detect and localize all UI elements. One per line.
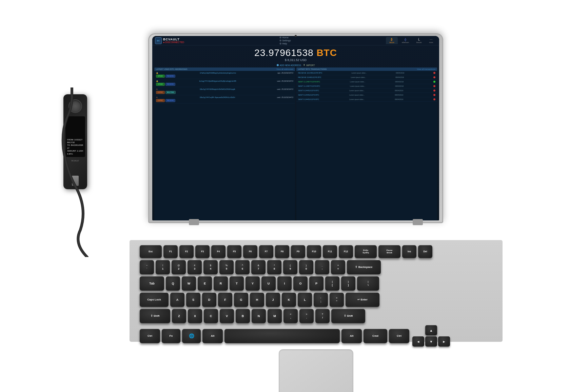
key-rbracket[interactable]: }] — [341, 276, 355, 291]
key-prtsc[interactable]: PrtScSysRq — [355, 245, 377, 258]
key-pause[interactable]: PauseBreak — [378, 245, 400, 258]
key-down[interactable]: ▼ — [425, 336, 437, 347]
key-f12[interactable]: F12 — [339, 245, 353, 258]
logo-icon: BC — [155, 37, 162, 44]
key-alt-right[interactable]: Alt — [341, 329, 362, 343]
key-quote[interactable]: »" — [330, 293, 344, 307]
key-f3[interactable]: F3 — [195, 245, 210, 258]
key-f1[interactable]: F1 — [163, 245, 178, 258]
key-9[interactable]: (9 — [283, 260, 297, 274]
key-f8[interactable]: F8 — [275, 245, 289, 258]
key-g[interactable]: G — [234, 293, 248, 307]
key-tab[interactable]: Tab — [140, 276, 164, 291]
key-w[interactable]: W — [182, 276, 196, 291]
view-all-transactions[interactable]: View all transactions — [417, 68, 435, 70]
key-b[interactable]: B — [236, 309, 250, 323]
key-t[interactable]: T — [230, 276, 244, 291]
key-period[interactable]: >. — [299, 309, 314, 323]
key-ins[interactable]: Ins — [402, 245, 416, 258]
key-e[interactable]: E — [198, 276, 212, 291]
key-j[interactable]: J — [266, 293, 280, 307]
key-shift-left[interactable]: ⇧ Shift — [140, 309, 170, 323]
hinge-right — [413, 219, 423, 225]
list-item: 🔒 1HaKq1/dpN4bfMqqGydnbcksbrphqplcurms a… — [154, 71, 295, 79]
key-del[interactable]: Del — [418, 245, 432, 258]
key-minus[interactable]: _- — [315, 260, 329, 274]
tab-litecoin[interactable]: Ł litecoin — [413, 37, 425, 44]
key-6[interactable]: ^6 — [235, 260, 250, 274]
key-1[interactable]: !1 — [156, 260, 170, 274]
nav-home[interactable]: ⚙ Home — [279, 36, 291, 39]
key-8[interactable]: *8 — [267, 260, 281, 274]
tab-bitcoin[interactable]: ₿ bitcoin — [386, 37, 397, 44]
trackpad[interactable] — [279, 349, 353, 392]
key-u[interactable]: U — [261, 276, 276, 291]
key-fn[interactable]: Fn — [162, 329, 180, 343]
key-k[interactable]: K — [282, 293, 296, 307]
key-ctrl-left[interactable]: Ctrl — [140, 329, 160, 343]
key-semicolon[interactable]: :; — [314, 293, 328, 307]
key-f7[interactable]: F7 — [259, 245, 273, 258]
key-5[interactable]: %5 — [219, 260, 234, 274]
key-f11[interactable]: F11 — [323, 245, 337, 258]
key-tilde[interactable]: ~` — [140, 260, 154, 274]
key-lbracket[interactable]: {[ — [325, 276, 339, 291]
key-f9[interactable]: F9 — [291, 245, 305, 258]
key-r[interactable]: R — [214, 276, 228, 291]
key-backspace[interactable]: ⇧ Backspace — [347, 260, 381, 274]
nav-help[interactable]: ⚙ Help — [279, 42, 291, 45]
key-l[interactable]: L — [298, 293, 312, 307]
keyboard-body: Esc F1 F2 F3 F4 F5 F6 F7 F8 F9 F10 F11 F… — [130, 240, 503, 342]
key-f6[interactable]: F6 — [243, 245, 257, 258]
key-enter[interactable]: ↩ Enter — [346, 293, 379, 307]
key-f5[interactable]: F5 — [227, 245, 241, 258]
key-alt-left[interactable]: Alt — [202, 329, 223, 343]
key-z[interactable]: Z — [172, 309, 186, 323]
key-f4[interactable]: F4 — [211, 245, 226, 258]
key-3[interactable]: #3 — [188, 260, 202, 274]
key-slash[interactable]: ?/ — [315, 309, 330, 323]
key-right[interactable]: ► — [438, 336, 450, 347]
tab-more[interactable]: ··· more — [426, 37, 436, 44]
view-all-addresses[interactable]: View all addresses — [276, 68, 293, 70]
key-i[interactable]: I — [277, 276, 292, 291]
key-space[interactable] — [224, 329, 340, 343]
key-o[interactable]: O — [293, 276, 308, 291]
key-m[interactable]: M — [268, 309, 282, 323]
key-capslock[interactable]: Caps Lock — [140, 293, 169, 307]
key-q[interactable]: Q — [166, 276, 180, 291]
key-left[interactable]: ◄ — [412, 336, 424, 347]
key-h[interactable]: H — [250, 293, 264, 307]
add-address-button[interactable]: ADD NEW ADDRESS — [277, 64, 301, 66]
key-p[interactable]: P — [309, 276, 324, 291]
key-s[interactable]: S — [186, 293, 200, 307]
key-2[interactable]: @2 — [172, 260, 186, 274]
key-7[interactable]: &7 — [251, 260, 266, 274]
tab-ethereum[interactable]: ⟠ ethereum — [398, 37, 412, 44]
key-v[interactable]: V — [220, 309, 234, 323]
key-f2[interactable]: F2 — [179, 245, 194, 258]
import-button[interactable]: ⬆ IMPORT — [303, 64, 315, 66]
key-up[interactable]: ▲ — [425, 325, 437, 335]
key-x[interactable]: X — [188, 309, 202, 323]
key-0[interactable]: )0 — [299, 260, 313, 274]
key-d[interactable]: D — [202, 293, 216, 307]
key-shift-right[interactable]: ⇧ Shift — [331, 309, 365, 323]
key-cmd[interactable]: Cmd — [364, 329, 387, 343]
list-item: SENT 8.24452/1376 BTC Lorem ipsum dolor.… — [296, 93, 437, 97]
key-n[interactable]: N — [252, 309, 266, 323]
transactions-panel-header: LATEST BTC TRANSACTIONS View all transac… — [296, 67, 437, 71]
key-globe[interactable]: 🌐 — [182, 329, 201, 343]
arrow-keys: ▲ ◄ ▼ ► — [412, 325, 450, 347]
key-c[interactable]: C — [204, 309, 218, 323]
key-a[interactable]: A — [170, 293, 184, 307]
key-f10[interactable]: F10 — [307, 245, 321, 258]
key-4[interactable]: $4 — [203, 260, 218, 274]
key-y[interactable]: Y — [246, 276, 260, 291]
key-backslash[interactable]: |\ — [357, 276, 379, 291]
key-comma[interactable]: <, — [283, 309, 298, 323]
key-equals[interactable]: += — [331, 260, 345, 274]
key-f[interactable]: F — [218, 293, 232, 307]
key-ctrl-right[interactable]: Ctrl — [389, 329, 409, 343]
nav-settings[interactable]: ⚙ Settings — [279, 39, 291, 42]
